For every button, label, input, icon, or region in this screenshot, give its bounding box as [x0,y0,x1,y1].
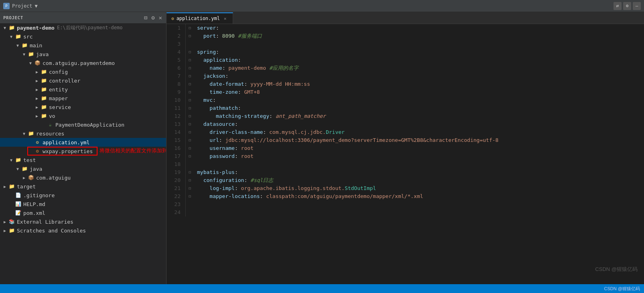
code-editor[interactable]: 1 ⊟ server: 2 ⊟ port: 8090 #服务端口 3 4 ⊟ s… [167,24,644,284]
sidebar-action-equalizer[interactable]: ⊟ [143,14,148,22]
gutter-icon: ⊟ [186,80,194,88]
tree-item-help-md[interactable]: 📊 HELP.md [0,200,166,208]
line-number: 1 [167,24,186,32]
yml-file-icon: ⚙ [34,139,41,145]
tree-item-com-atguigu[interactable]: ▼ 📦 com.atguigu.paymentdemo [0,59,166,67]
code-line-9: 9 ⊟ time-zone: GMT+8 [167,88,644,96]
line-number: 7 [167,72,186,80]
tree-item-gitignore[interactable]: 📄 .gitignore [0,191,166,200]
tree-item-wxpay-wrapper: ⚙ wxpay.properties 将微信相关的配置文件添加到springbo… [0,147,166,156]
sidebar-header: Project ⊟ ⚙ ✕ [0,12,166,23]
gutter-icon: ⊟ [186,96,194,104]
line-number: 21 [167,184,186,192]
folder-icon: 📁 [21,166,28,172]
tree-label: main [30,42,42,48]
tree-item-java[interactable]: ▼ 📁 java [0,50,166,59]
tree-item-mapper[interactable]: ▶ 📁 mapper [0,94,166,103]
code-line-3: 3 [167,40,644,48]
sidebar-action-gear[interactable]: ⚙ [150,14,155,22]
folder-icon: 📁 [40,95,47,101]
tree-item-entity[interactable]: ▶ 📁 entity [0,85,166,94]
tree-label: Scratches and Consoles [17,228,86,234]
tree-item-resources[interactable]: ▼ 📁 resources [0,129,166,138]
code-line-16: 16 ⊟ username: root [167,144,644,152]
tree-label: application.yml [43,139,89,145]
title-bar: P Project ▼ ⇄ ⚙ — [0,0,644,12]
gutter-icon: ⊟ [186,104,194,112]
gutter-icon: ⊟ [186,72,194,80]
title-bar-actions: ⇄ ⚙ — [614,2,641,10]
code-line-13: 13 ⊟ datasource: [167,120,644,128]
line-number: 12 [167,112,186,120]
code-content: username: root [194,144,254,152]
code-content: mapper-locations: classpath:com/atguigu/… [194,192,423,200]
tree-item-payment-demo-root[interactable]: ▼ 📁 payment-demo E:\后端代码\payment-demo [0,23,166,32]
code-content: configuration: #sql日志 [194,176,273,184]
code-content: mvc: [194,96,216,104]
gutter-icon: ⊟ [186,120,194,128]
tree-item-main[interactable]: ▼ 📁 main [0,41,166,50]
package-folder-icon: 📦 [27,174,35,181]
line-number: 6 [167,64,186,72]
code-line-19: 19 ⊟ mybatis-plus: [167,168,644,176]
gutter-icon: ⊟ [186,168,194,176]
code-line-10: 10 ⊟ mvc: [167,96,644,104]
tree-arrow: ▶ [34,114,40,118]
tree-item-wxpay-properties[interactable]: ⚙ wxpay.properties [0,147,166,156]
code-line-11: 11 ⊟ pathmatch: [167,104,644,112]
lib-icon: 📚 [8,218,15,225]
title-project-label: Project [12,3,33,9]
title-bar-left: P Project ▼ [3,3,38,9]
tree-label: entity [49,87,68,93]
tree-item-paymentdemoapp[interactable]: ☕ PaymentDemoApplication [0,120,166,129]
minimize-button[interactable]: — [633,2,641,10]
line-number: 20 [167,176,186,184]
code-line-8: 8 ⊟ date-format: yyyy-MM-dd HH:mm:ss [167,80,644,88]
tree-label: payment-demo [17,25,55,31]
tab-application-yml[interactable]: ⚙ application.yml ✕ [167,12,233,24]
line-number: 15 [167,136,186,144]
line-number: 22 [167,192,186,200]
tree-label: test [23,157,36,163]
tree-item-application-yml[interactable]: ⚙ application.yml [0,138,166,147]
tree-item-vo[interactable]: ▶ 📁 vo [0,111,166,120]
tree-item-controller[interactable]: ▶ 📁 controller [0,76,166,85]
sidebar-action-close[interactable]: ✕ [158,14,163,22]
gutter-icon: ⊟ [186,176,194,184]
code-line-12: 12 ⊟ matching-strategy: ant_path_matcher [167,112,644,120]
tree-label: target [17,184,36,190]
tree-item-service[interactable]: ▶ 📁 service [0,103,166,111]
tree-item-java-test[interactable]: ▼ 📁 java [0,164,166,173]
code-line-6: 6 ⊟ name: payment-demo #应用的名字 [167,64,644,72]
horizontal-split-button[interactable]: ⇄ [614,2,622,10]
gutter-icon: ⊟ [186,56,194,64]
tree-item-com-atguigu-test[interactable]: ▶ 📦 com.atguigu [0,173,166,182]
tree-arrow: ▶ [2,220,8,224]
code-line-2: 2 ⊟ port: 8090 #服务端口 [167,32,644,40]
tree-item-config[interactable]: ▶ 📁 config [0,67,166,76]
gutter-icon: ⊟ [186,32,194,40]
folder-icon: 📁 [14,157,22,163]
tree-label: External Libraries [17,219,73,225]
gutter-icon: ⊟ [186,128,194,136]
tree-item-pom-xml[interactable]: 📝 pom.xml [0,208,166,217]
title-dropdown-icon[interactable]: ▼ [35,3,38,9]
tree-item-target[interactable]: ▶ 📁 target [0,182,166,191]
settings-button[interactable]: ⚙ [623,2,631,10]
line-number: 5 [167,56,186,64]
code-line-7: 7 ⊟ jackson: [167,72,644,80]
code-content: url: jdbc:mysql://localhost:3306/payment… [194,136,498,144]
tab-close-button[interactable]: ✕ [222,16,228,21]
code-line-18: 18 [167,160,644,168]
tree-item-external-libs[interactable]: ▶ 📚 External Libraries [0,217,166,226]
folder-icon: 📁 [40,69,47,75]
code-content: matching-strategy: ant_path_matcher [194,112,326,120]
folder-icon: 📁 [8,227,15,234]
tree-item-scratches[interactable]: ▶ 📁 Scratches and Consoles [0,226,166,235]
tree-item-test[interactable]: ▼ 📁 test [0,156,166,164]
tree-arrow: ▶ [34,87,40,92]
main-layout: Project ⊟ ⚙ ✕ ▼ 📁 payment-demo E:\后端代码\p… [0,12,644,284]
gutter-icon: ⊟ [186,152,194,160]
status-bar-right: CSDN @猩猿亿码 [604,286,640,292]
tree-item-src[interactable]: ▼ 📁 src [0,32,166,41]
